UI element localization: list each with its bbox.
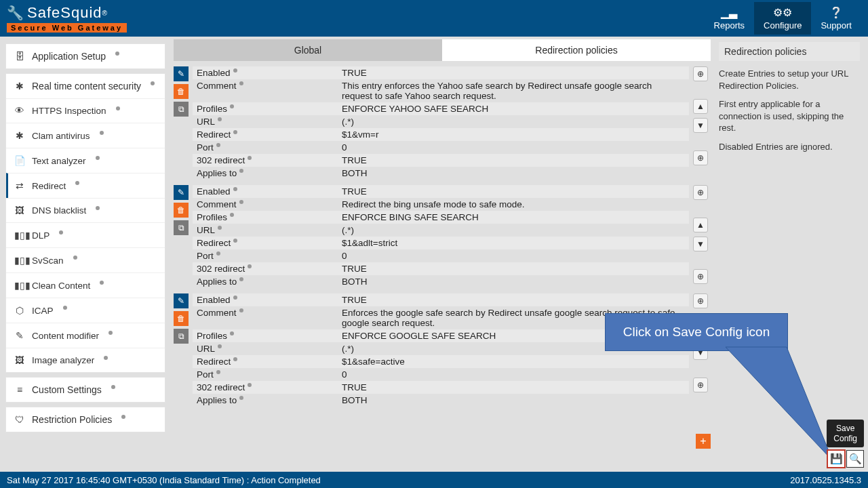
info-dot-icon xyxy=(248,156,252,160)
tab-redirection[interactable]: Redirection policies xyxy=(442,39,711,61)
sidebar-item-icap[interactable]: ⬡ICAP xyxy=(6,298,165,323)
sidebar-item-image[interactable]: 🖼Image analyzer xyxy=(6,348,165,372)
field-label: Applies to xyxy=(193,394,338,407)
field-value: BOTH xyxy=(338,275,689,288)
move-up-button[interactable]: ▲ xyxy=(693,218,708,232)
nav-support[interactable]: ❔Support xyxy=(811,2,861,35)
sidebar-item-clam[interactable]: ✱Clam antivirus xyxy=(6,123,165,148)
right-panel-text: First entry applicable for a connection … xyxy=(719,98,860,134)
sliders-icon: ≡ xyxy=(14,384,25,395)
info-dot-icon xyxy=(233,130,237,134)
table-row: Port0 xyxy=(193,368,689,381)
clone-button[interactable]: ⧉ xyxy=(174,220,189,235)
barcode-icon: ▮▯▮ xyxy=(14,230,25,241)
info-dot-icon xyxy=(230,213,234,217)
field-value: BOTH xyxy=(338,394,689,407)
table-row: EnabledTRUE xyxy=(193,66,689,79)
info-dot-icon xyxy=(230,331,234,336)
field-label: URL xyxy=(193,224,338,237)
sidebar-item-https[interactable]: 👁HTTPS Inspection xyxy=(6,98,165,123)
sidebar-item-contentmod[interactable]: ✎Content modifier xyxy=(6,323,165,348)
table-row: CommentRedirect the bing unsafe mode to … xyxy=(193,198,689,211)
info-dot-icon xyxy=(218,117,222,121)
insert-button[interactable]: ⊕ xyxy=(693,185,708,200)
delete-button[interactable]: 🗑 xyxy=(174,203,189,218)
main-content: Global Redirection policies ✎🗑⧉EnabledTR… xyxy=(171,37,716,468)
info-dot-icon xyxy=(216,143,220,147)
info-dot-icon xyxy=(216,370,220,374)
table-row: ProfilesENFORCE BING SAFE SEARCH xyxy=(193,211,689,224)
field-label: Redirect xyxy=(193,237,338,249)
field-value: $1&safe=active xyxy=(338,355,689,368)
insert-button[interactable]: ⊕ xyxy=(693,150,708,165)
table-row: URL(.*) xyxy=(193,224,689,237)
field-value: 0 xyxy=(338,368,689,381)
info-dot-icon xyxy=(248,383,252,387)
table-row: Applies toBOTH xyxy=(193,167,689,180)
sidebar-app-setup[interactable]: 🗄Application Setup xyxy=(6,44,165,68)
shield-icon: 🛡 xyxy=(14,414,25,425)
info-dot-icon xyxy=(216,251,220,256)
field-label: Applies to xyxy=(193,167,338,180)
field-value: 0 xyxy=(338,249,689,262)
svg-marker-0 xyxy=(726,347,833,461)
file-icon: 📄 xyxy=(14,155,25,166)
sidebar-item-clean[interactable]: ▮▯▮Clean Content xyxy=(6,272,165,298)
sidebar-item-svscan[interactable]: ▮▯▮SvScan xyxy=(6,247,165,272)
info-dot-icon xyxy=(233,357,237,361)
table-row: EnabledTRUE xyxy=(193,293,689,306)
info-dot-icon xyxy=(233,68,237,73)
logo-subtitle: Secure Web Gateway xyxy=(7,23,127,33)
field-value: TRUE xyxy=(338,262,689,275)
tab-global[interactable]: Global xyxy=(174,39,442,61)
table-row: Redirect$1&adlt=strict xyxy=(193,237,689,249)
field-label: Enabled xyxy=(193,185,338,198)
save-config-button[interactable]: 💾 xyxy=(827,450,845,468)
sidebar-item-redirect[interactable]: ⇄Redirect xyxy=(6,173,165,198)
field-label: Profiles xyxy=(193,329,338,342)
info-dot-icon xyxy=(239,81,243,85)
field-label: Comment xyxy=(193,198,338,211)
table-row: Port0 xyxy=(193,249,689,262)
sidebar-item-text[interactable]: 📄Text analyzer xyxy=(6,148,165,173)
table-row: 302 redirectTRUE xyxy=(193,154,689,167)
table-row: 302 redirectTRUE xyxy=(193,381,689,394)
sidebar-custom[interactable]: ≡Custom Settings xyxy=(6,378,165,402)
field-value: ENFORCE BING SAFE SEARCH xyxy=(338,211,689,224)
entry: ✎🗑⧉EnabledTRUECommentThis entry enforces… xyxy=(174,66,711,180)
info-dot-icon xyxy=(233,239,237,243)
sidebar-rtcs[interactable]: ✱Real time content security xyxy=(6,74,165,98)
edit-button[interactable]: ✎ xyxy=(174,66,189,81)
info-dot-icon xyxy=(218,226,222,230)
table-row: EnabledTRUE xyxy=(193,185,689,198)
clone-button[interactable]: ⧉ xyxy=(174,329,189,344)
table-row: Redirect$1&safe=active xyxy=(193,355,689,368)
insert-button[interactable]: ⊕ xyxy=(693,269,708,284)
field-value: TRUE xyxy=(338,66,689,79)
sidebar-restriction[interactable]: 🛡Restriction Policies xyxy=(6,407,165,432)
edit-button[interactable]: ✎ xyxy=(174,293,189,308)
move-up-button[interactable]: ▲ xyxy=(693,99,708,114)
info-dot-icon xyxy=(233,187,237,191)
field-label: URL xyxy=(193,115,338,128)
nav-reports[interactable]: ▁▃Reports xyxy=(705,2,755,35)
barcode-icon: ▮▯▮ xyxy=(14,255,25,266)
sidebar-item-dns[interactable]: 🖾DNS blacklist xyxy=(6,198,165,222)
delete-button[interactable]: 🗑 xyxy=(174,311,189,326)
table-row: CommentThis entry enforces the Yahoo saf… xyxy=(193,79,689,102)
field-value: TRUE xyxy=(338,185,689,198)
insert-button[interactable]: ⊕ xyxy=(693,66,708,81)
search-config-button[interactable]: 🔍 xyxy=(846,450,864,468)
move-down-button[interactable]: ▼ xyxy=(693,237,708,251)
insert-button[interactable]: ⊕ xyxy=(693,293,708,308)
edit-button[interactable]: ✎ xyxy=(174,185,189,200)
nav-configure[interactable]: ⚙⚙Configure xyxy=(754,2,811,35)
cogs-icon: ⚙⚙ xyxy=(764,6,802,19)
delete-button[interactable]: 🗑 xyxy=(174,84,189,99)
sidebar-item-dlp[interactable]: ▮▯▮DLP xyxy=(6,222,165,247)
info-dot-icon xyxy=(239,277,243,281)
clone-button[interactable]: ⧉ xyxy=(174,102,189,117)
field-label: Applies to xyxy=(193,275,338,288)
move-down-button[interactable]: ▼ xyxy=(693,118,708,133)
table-row: ProfilesENFORCE YAHOO SAFE SEARCH xyxy=(193,102,689,115)
